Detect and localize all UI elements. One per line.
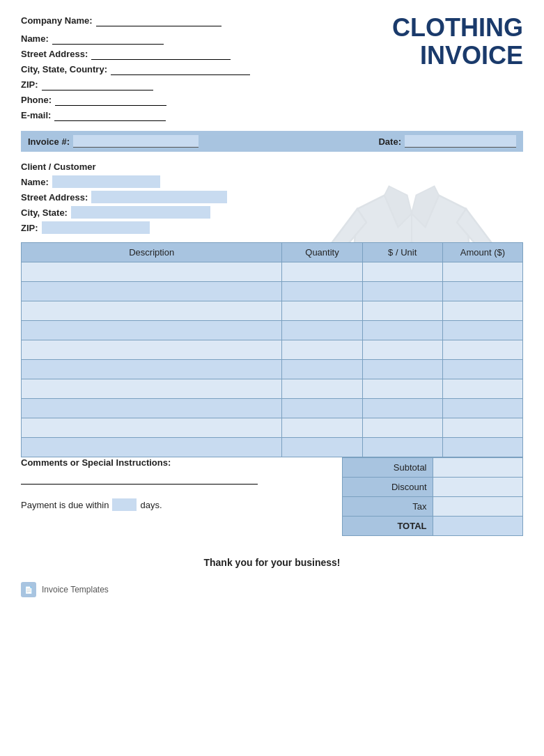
table-row: [22, 418, 523, 438]
table-cell[interactable]: [442, 360, 522, 379]
table-cell[interactable]: [22, 262, 282, 282]
table-header-row: Description Quantity $ / Unit Amount ($): [22, 243, 523, 262]
table-cell[interactable]: [282, 438, 362, 457]
name-row: Name:: [21, 32, 370, 45]
table-row: [22, 262, 523, 282]
table-cell[interactable]: [442, 301, 522, 321]
table-cell[interactable]: [362, 321, 442, 340]
phone-field[interactable]: [55, 93, 166, 106]
total-row: TOTAL: [343, 517, 523, 536]
subtotal-value[interactable]: [433, 458, 523, 478]
invoice-bar-left: Invoice #:: [28, 135, 378, 148]
table-cell[interactable]: [22, 379, 282, 399]
discount-value[interactable]: [433, 478, 523, 497]
city-field[interactable]: [111, 63, 250, 75]
table-cell[interactable]: [22, 399, 282, 418]
table-cell[interactable]: [282, 379, 362, 399]
total-label: TOTAL: [343, 517, 433, 536]
client-street-label: Street Address:: [21, 192, 88, 203]
table-cell[interactable]: [442, 282, 522, 301]
table-cell[interactable]: [282, 301, 362, 321]
table-cell[interactable]: [442, 418, 522, 438]
table-cell[interactable]: [22, 321, 282, 340]
client-name-field[interactable]: [52, 175, 160, 188]
client-city-field[interactable]: [71, 206, 210, 219]
table-cell[interactable]: [282, 262, 362, 282]
table-row: [22, 438, 523, 457]
table-cell[interactable]: [22, 360, 282, 379]
table-cell[interactable]: [362, 301, 442, 321]
table-cell[interactable]: [442, 438, 522, 457]
table-cell[interactable]: [362, 399, 442, 418]
header-section: Company Name: Name: Street Address: City…: [21, 14, 523, 124]
table-cell[interactable]: [442, 340, 522, 360]
client-name-label: Name:: [21, 177, 49, 187]
client-zip-label: ZIP:: [21, 223, 38, 233]
discount-row: Discount: [343, 478, 523, 497]
table-cell[interactable]: [362, 360, 442, 379]
table-cell[interactable]: [362, 379, 442, 399]
zip-row: ZIP:: [21, 78, 370, 90]
table-cell[interactable]: [282, 282, 362, 301]
table-cell[interactable]: [22, 418, 282, 438]
tax-value[interactable]: [433, 497, 523, 517]
footer: 📄 Invoice Templates: [21, 582, 523, 597]
invoice-bar-right: Date:: [378, 135, 516, 148]
table-row: [22, 321, 523, 340]
email-field[interactable]: [54, 109, 166, 121]
table-section: Description Quantity $ / Unit Amount ($): [21, 242, 523, 457]
table-row: [22, 379, 523, 399]
footer-icon: 📄: [21, 582, 36, 597]
table-row: [22, 340, 523, 360]
footer-label: Invoice Templates: [42, 585, 109, 594]
comments-line[interactable]: [21, 472, 258, 485]
table-cell[interactable]: [442, 262, 522, 282]
table-cell[interactable]: [282, 418, 362, 438]
client-zip-field[interactable]: [42, 221, 150, 234]
header-unit-price: $ / Unit: [362, 243, 442, 262]
title-line1: CLOTHING: [370, 14, 523, 42]
table-row: [22, 360, 523, 379]
street-field[interactable]: [91, 47, 231, 60]
table-cell[interactable]: [282, 340, 362, 360]
table-cell[interactable]: [282, 360, 362, 379]
table-cell[interactable]: [362, 262, 442, 282]
payment-note: Payment is due within days.: [21, 498, 328, 511]
street-row: Street Address:: [21, 47, 370, 60]
table-cell[interactable]: [362, 438, 442, 457]
totals-section: Subtotal Discount Tax TOTAL: [342, 457, 523, 536]
table-cell[interactable]: [282, 399, 362, 418]
date-field[interactable]: [405, 135, 516, 148]
table-cell[interactable]: [442, 379, 522, 399]
company-name-row: Company Name:: [21, 14, 370, 26]
table-cell[interactable]: [22, 340, 282, 360]
client-city-label: City, State:: [21, 207, 68, 218]
payment-days-field[interactable]: [112, 498, 137, 511]
name-field[interactable]: [52, 32, 164, 45]
name-label: Name:: [21, 33, 49, 44]
table-row: [22, 282, 523, 301]
city-row: City, State, Country:: [21, 63, 370, 75]
table-cell[interactable]: [22, 282, 282, 301]
city-label: City, State, Country:: [21, 64, 107, 74]
tax-row: Tax: [343, 497, 523, 517]
table-cell[interactable]: [282, 321, 362, 340]
payment-text-after: days.: [140, 500, 162, 510]
table-cell[interactable]: [22, 438, 282, 457]
table-cell[interactable]: [362, 340, 442, 360]
client-street-field[interactable]: [91, 191, 227, 203]
table-cell[interactable]: [362, 418, 442, 438]
table-cell[interactable]: [362, 282, 442, 301]
company-name-field[interactable]: [96, 14, 222, 26]
table-cell[interactable]: [442, 321, 522, 340]
table-cell[interactable]: [442, 399, 522, 418]
invoice-number-field[interactable]: [73, 135, 199, 148]
table-cell[interactable]: [22, 301, 282, 321]
zip-field[interactable]: [42, 78, 153, 90]
date-label: Date:: [378, 136, 401, 147]
title-line2: INVOICE: [370, 42, 523, 70]
table-row: [22, 399, 523, 418]
tax-label: Tax: [343, 497, 433, 517]
total-value[interactable]: [433, 517, 523, 536]
payment-text-before: Payment is due within: [21, 500, 109, 510]
